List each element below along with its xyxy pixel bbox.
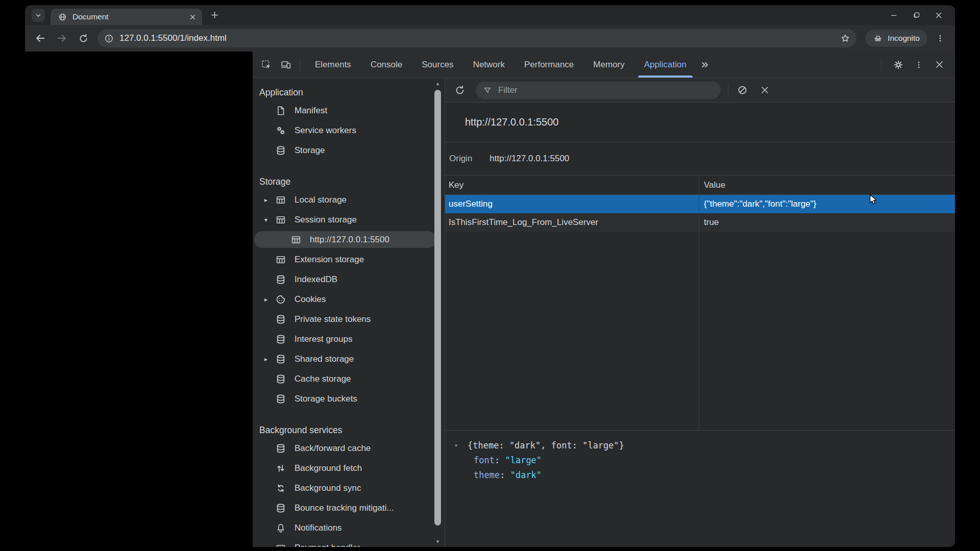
table-row[interactable]: userSetting{"theme":"dark","font":"large…: [445, 195, 955, 213]
bookmark-star-icon[interactable]: [840, 33, 850, 43]
sidebar-section-title: Storage: [253, 173, 445, 190]
delete-selected-button[interactable]: [756, 82, 773, 99]
chevron-collapsed-icon[interactable]: ▸: [260, 196, 272, 204]
maximize-button[interactable]: [905, 5, 927, 25]
sidebar-item-extension-storage[interactable]: Extension storage: [253, 249, 445, 269]
sidebar-item-background-fetch[interactable]: Background fetch: [253, 458, 445, 478]
minimize-button[interactable]: [883, 5, 905, 25]
cell-value[interactable]: true: [699, 213, 955, 232]
browser-menu-button[interactable]: [932, 30, 949, 47]
sidebar-item-label: Shared storage: [295, 354, 354, 364]
devtools-tabbar: ElementsConsoleSourcesNetworkPerformance…: [253, 52, 955, 78]
cell-key[interactable]: IsThisFirstTime_Log_From_LiveServer: [445, 213, 699, 232]
site-info-icon[interactable]: [104, 34, 114, 43]
cookie-icon: [275, 293, 287, 306]
devtools-tab-memory[interactable]: Memory: [583, 52, 634, 78]
devtools-close-button[interactable]: [930, 56, 948, 73]
sidebar-item-shared-storage[interactable]: ▸Shared storage: [253, 349, 445, 369]
sidebar-item-http-127-0-0-1-5500[interactable]: http://127.0.0.1:5500: [253, 230, 445, 249]
inspect-element-button[interactable]: [258, 56, 275, 73]
reload-button[interactable]: [74, 29, 92, 47]
tab-close-button[interactable]: [187, 11, 198, 22]
scroll-down-icon[interactable]: ▾: [434, 538, 442, 545]
sidebar-item-label: Extension storage: [295, 255, 364, 265]
devtools-tab-application[interactable]: Application: [634, 52, 696, 78]
chevron-collapsed-icon[interactable]: ▸: [260, 356, 272, 363]
forward-button[interactable]: [53, 29, 71, 47]
sidebar-section-title: Background services: [253, 422, 445, 438]
sidebar-scrollbar[interactable]: ▴ ▾: [434, 79, 442, 546]
database-icon: [275, 353, 287, 365]
back-arrow-icon: [35, 33, 46, 44]
devtools-settings-button[interactable]: [890, 56, 907, 73]
file-icon: [275, 105, 287, 117]
devtools-menu-button[interactable]: [910, 56, 927, 73]
expand-triangle-icon[interactable]: ▾: [454, 442, 468, 449]
devtools-tab-console[interactable]: Console: [361, 52, 412, 78]
scrollbar-thumb[interactable]: [434, 90, 441, 525]
kebab-menu-icon: [914, 60, 923, 69]
screenshot-frame: Document: [0, 0, 980, 551]
back-button[interactable]: [31, 29, 50, 47]
tab-title: Document: [72, 12, 187, 21]
devtools-tab-performance[interactable]: Performance: [514, 52, 583, 78]
filter-input[interactable]: [498, 85, 714, 95]
content-area: ElementsConsoleSourcesNetworkPerformance…: [25, 52, 955, 547]
sidebar-item-back-forward-cache[interactable]: Back/forward cache: [253, 438, 445, 458]
column-header-value[interactable]: Value: [699, 176, 955, 194]
payment-icon: [275, 542, 287, 547]
sidebar-item-local-storage[interactable]: ▸Local storage: [253, 190, 445, 210]
sidebar-item-interest-groups[interactable]: Interest groups: [253, 329, 445, 349]
sidebar-item-notifications[interactable]: Notifications: [253, 518, 445, 538]
tab-search-button[interactable]: [32, 9, 45, 22]
sidebar-item-storage[interactable]: Storage: [253, 140, 445, 160]
preview-separator: :: [495, 455, 505, 465]
window-close-button[interactable]: [927, 5, 950, 25]
sidebar-item-service-workers[interactable]: Service workers: [253, 120, 445, 140]
new-tab-button[interactable]: [207, 8, 222, 22]
table-row[interactable]: IsThisFirstTime_Log_From_LiveServertrue: [445, 213, 955, 232]
database-icon: [275, 442, 287, 455]
devtools-tab-elements[interactable]: Elements: [305, 52, 361, 78]
chevron-expanded-icon[interactable]: ▾: [260, 216, 272, 223]
sidebar-item-cache-storage[interactable]: Cache storage: [253, 369, 445, 389]
cell-value[interactable]: {"theme":"dark","font":"large"}: [699, 195, 955, 213]
sidebar-item-label: Cookies: [295, 294, 326, 305]
fetch-icon: [275, 462, 287, 474]
sidebar-item-indexeddb[interactable]: IndexedDB: [253, 269, 445, 289]
sidebar-item-bounce-tracking-mitigati[interactable]: Bounce tracking mitigati...: [253, 498, 445, 518]
kebab-menu-icon: [936, 34, 945, 43]
storage-toolbar: [445, 78, 955, 103]
grid-empty-area[interactable]: [445, 232, 955, 430]
sidebar-item-private-state-tokens[interactable]: Private state tokens: [253, 309, 445, 329]
column-divider[interactable]: [699, 232, 699, 430]
sidebar-item-session-storage[interactable]: ▾Session storage: [253, 210, 445, 230]
storage-view: http://127.0.0.1:5500 Origin http://127.…: [445, 78, 955, 547]
refresh-button[interactable]: [451, 82, 469, 99]
sidebar-item-payment-handler[interactable]: Payment handler: [253, 538, 445, 547]
filter-box[interactable]: [476, 82, 721, 99]
sidebar-item-cookies[interactable]: ▸Cookies: [253, 289, 445, 309]
sidebar-item-background-sync[interactable]: Background sync: [253, 478, 445, 498]
url-input[interactable]: [119, 33, 840, 43]
cell-key[interactable]: userSetting: [445, 195, 699, 213]
more-tabs-icon: [700, 60, 710, 70]
close-icon: [935, 60, 944, 69]
device-toolbar-button[interactable]: [277, 56, 295, 73]
incognito-icon: [873, 33, 883, 43]
devtools-tab-network[interactable]: Network: [463, 52, 514, 78]
divider: [728, 84, 728, 97]
column-header-key[interactable]: Key: [445, 176, 699, 194]
browser-tab[interactable]: Document: [51, 9, 202, 25]
sidebar-item-manifest[interactable]: Manifest: [253, 101, 445, 120]
clear-all-button[interactable]: [733, 82, 751, 99]
preview-value: "dark": [510, 470, 542, 480]
filter-funnel-icon: [483, 86, 492, 95]
devtools-tab-sources[interactable]: Sources: [412, 52, 463, 78]
scroll-up-icon[interactable]: ▴: [434, 80, 442, 87]
address-bar[interactable]: [97, 29, 856, 47]
sidebar-item-storage-buckets[interactable]: Storage buckets: [253, 389, 445, 409]
sidebar-item-label: http://127.0.0.1:5500: [310, 235, 389, 245]
more-tabs-button[interactable]: [696, 56, 714, 73]
chevron-collapsed-icon[interactable]: ▸: [260, 296, 272, 303]
